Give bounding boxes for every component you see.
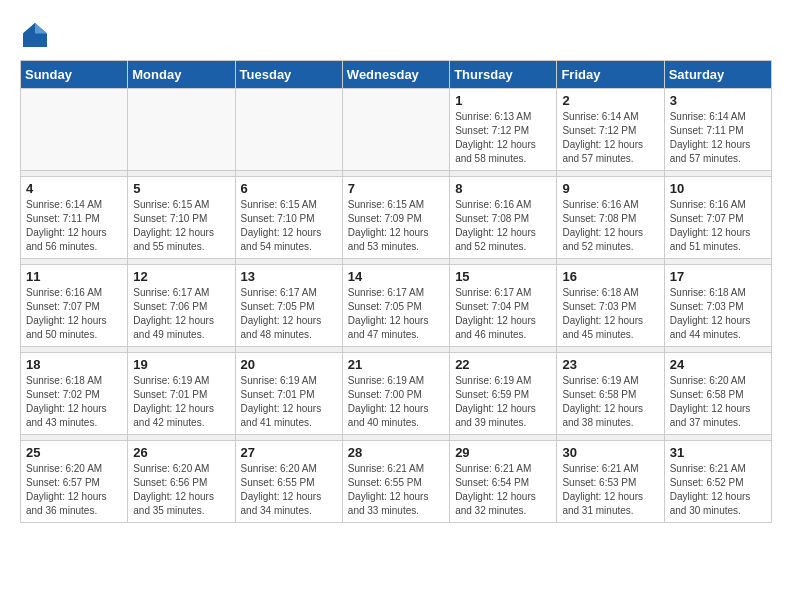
day-header-wednesday: Wednesday <box>342 61 449 89</box>
day-info: Sunrise: 6:14 AM Sunset: 7:11 PM Dayligh… <box>26 198 122 254</box>
day-info: Sunrise: 6:15 AM Sunset: 7:09 PM Dayligh… <box>348 198 444 254</box>
calendar-cell: 2Sunrise: 6:14 AM Sunset: 7:12 PM Daylig… <box>557 89 664 171</box>
calendar-cell: 21Sunrise: 6:19 AM Sunset: 7:00 PM Dayli… <box>342 353 449 435</box>
day-number: 15 <box>455 269 551 284</box>
day-number: 12 <box>133 269 229 284</box>
svg-marker-1 <box>35 23 47 34</box>
day-info: Sunrise: 6:13 AM Sunset: 7:12 PM Dayligh… <box>455 110 551 166</box>
day-number: 19 <box>133 357 229 372</box>
day-info: Sunrise: 6:19 AM Sunset: 6:58 PM Dayligh… <box>562 374 658 430</box>
day-number: 18 <box>26 357 122 372</box>
day-number: 17 <box>670 269 766 284</box>
day-info: Sunrise: 6:14 AM Sunset: 7:12 PM Dayligh… <box>562 110 658 166</box>
day-number: 2 <box>562 93 658 108</box>
day-info: Sunrise: 6:20 AM Sunset: 6:57 PM Dayligh… <box>26 462 122 518</box>
day-info: Sunrise: 6:20 AM Sunset: 6:55 PM Dayligh… <box>241 462 337 518</box>
calendar-cell: 30Sunrise: 6:21 AM Sunset: 6:53 PM Dayli… <box>557 441 664 523</box>
calendar-cell: 20Sunrise: 6:19 AM Sunset: 7:01 PM Dayli… <box>235 353 342 435</box>
day-number: 22 <box>455 357 551 372</box>
calendar-cell: 10Sunrise: 6:16 AM Sunset: 7:07 PM Dayli… <box>664 177 771 259</box>
calendar-cell: 3Sunrise: 6:14 AM Sunset: 7:11 PM Daylig… <box>664 89 771 171</box>
calendar-cell: 14Sunrise: 6:17 AM Sunset: 7:05 PM Dayli… <box>342 265 449 347</box>
calendar-cell: 26Sunrise: 6:20 AM Sunset: 6:56 PM Dayli… <box>128 441 235 523</box>
calendar-week-row: 11Sunrise: 6:16 AM Sunset: 7:07 PM Dayli… <box>21 265 772 347</box>
calendar-cell: 24Sunrise: 6:20 AM Sunset: 6:58 PM Dayli… <box>664 353 771 435</box>
calendar-week-row: 18Sunrise: 6:18 AM Sunset: 7:02 PM Dayli… <box>21 353 772 435</box>
calendar-cell: 18Sunrise: 6:18 AM Sunset: 7:02 PM Dayli… <box>21 353 128 435</box>
calendar-cell: 23Sunrise: 6:19 AM Sunset: 6:58 PM Dayli… <box>557 353 664 435</box>
day-number: 27 <box>241 445 337 460</box>
day-header-monday: Monday <box>128 61 235 89</box>
calendar-cell: 22Sunrise: 6:19 AM Sunset: 6:59 PM Dayli… <box>450 353 557 435</box>
day-info: Sunrise: 6:15 AM Sunset: 7:10 PM Dayligh… <box>133 198 229 254</box>
calendar-cell: 7Sunrise: 6:15 AM Sunset: 7:09 PM Daylig… <box>342 177 449 259</box>
day-info: Sunrise: 6:21 AM Sunset: 6:52 PM Dayligh… <box>670 462 766 518</box>
logo <box>20 20 54 50</box>
day-number: 26 <box>133 445 229 460</box>
day-number: 21 <box>348 357 444 372</box>
day-info: Sunrise: 6:18 AM Sunset: 7:03 PM Dayligh… <box>562 286 658 342</box>
calendar-cell: 4Sunrise: 6:14 AM Sunset: 7:11 PM Daylig… <box>21 177 128 259</box>
day-number: 6 <box>241 181 337 196</box>
calendar-cell: 19Sunrise: 6:19 AM Sunset: 7:01 PM Dayli… <box>128 353 235 435</box>
day-info: Sunrise: 6:21 AM Sunset: 6:53 PM Dayligh… <box>562 462 658 518</box>
calendar-week-row: 1Sunrise: 6:13 AM Sunset: 7:12 PM Daylig… <box>21 89 772 171</box>
day-number: 28 <box>348 445 444 460</box>
calendar-cell: 6Sunrise: 6:15 AM Sunset: 7:10 PM Daylig… <box>235 177 342 259</box>
day-info: Sunrise: 6:19 AM Sunset: 7:01 PM Dayligh… <box>241 374 337 430</box>
calendar-cell: 9Sunrise: 6:16 AM Sunset: 7:08 PM Daylig… <box>557 177 664 259</box>
day-info: Sunrise: 6:16 AM Sunset: 7:08 PM Dayligh… <box>562 198 658 254</box>
day-number: 7 <box>348 181 444 196</box>
calendar-cell <box>235 89 342 171</box>
day-number: 10 <box>670 181 766 196</box>
day-number: 23 <box>562 357 658 372</box>
day-number: 16 <box>562 269 658 284</box>
calendar-table: SundayMondayTuesdayWednesdayThursdayFrid… <box>20 60 772 523</box>
day-number: 31 <box>670 445 766 460</box>
day-info: Sunrise: 6:19 AM Sunset: 7:00 PM Dayligh… <box>348 374 444 430</box>
day-info: Sunrise: 6:21 AM Sunset: 6:54 PM Dayligh… <box>455 462 551 518</box>
day-header-sunday: Sunday <box>21 61 128 89</box>
day-number: 14 <box>348 269 444 284</box>
day-number: 25 <box>26 445 122 460</box>
calendar-cell: 13Sunrise: 6:17 AM Sunset: 7:05 PM Dayli… <box>235 265 342 347</box>
day-number: 9 <box>562 181 658 196</box>
calendar-cell: 27Sunrise: 6:20 AM Sunset: 6:55 PM Dayli… <box>235 441 342 523</box>
svg-marker-2 <box>23 23 35 34</box>
calendar-cell: 11Sunrise: 6:16 AM Sunset: 7:07 PM Dayli… <box>21 265 128 347</box>
day-info: Sunrise: 6:20 AM Sunset: 6:56 PM Dayligh… <box>133 462 229 518</box>
calendar-cell: 1Sunrise: 6:13 AM Sunset: 7:12 PM Daylig… <box>450 89 557 171</box>
logo-icon <box>20 20 50 50</box>
calendar-week-row: 4Sunrise: 6:14 AM Sunset: 7:11 PM Daylig… <box>21 177 772 259</box>
day-info: Sunrise: 6:17 AM Sunset: 7:04 PM Dayligh… <box>455 286 551 342</box>
day-header-saturday: Saturday <box>664 61 771 89</box>
day-header-friday: Friday <box>557 61 664 89</box>
calendar-cell: 28Sunrise: 6:21 AM Sunset: 6:55 PM Dayli… <box>342 441 449 523</box>
day-info: Sunrise: 6:14 AM Sunset: 7:11 PM Dayligh… <box>670 110 766 166</box>
calendar-cell: 5Sunrise: 6:15 AM Sunset: 7:10 PM Daylig… <box>128 177 235 259</box>
calendar-cell: 31Sunrise: 6:21 AM Sunset: 6:52 PM Dayli… <box>664 441 771 523</box>
day-info: Sunrise: 6:16 AM Sunset: 7:08 PM Dayligh… <box>455 198 551 254</box>
day-info: Sunrise: 6:16 AM Sunset: 7:07 PM Dayligh… <box>670 198 766 254</box>
day-number: 3 <box>670 93 766 108</box>
day-number: 11 <box>26 269 122 284</box>
page-header <box>20 20 772 50</box>
day-info: Sunrise: 6:18 AM Sunset: 7:02 PM Dayligh… <box>26 374 122 430</box>
day-info: Sunrise: 6:17 AM Sunset: 7:05 PM Dayligh… <box>348 286 444 342</box>
calendar-cell <box>21 89 128 171</box>
day-info: Sunrise: 6:17 AM Sunset: 7:06 PM Dayligh… <box>133 286 229 342</box>
calendar-cell: 25Sunrise: 6:20 AM Sunset: 6:57 PM Dayli… <box>21 441 128 523</box>
calendar-cell <box>128 89 235 171</box>
day-info: Sunrise: 6:18 AM Sunset: 7:03 PM Dayligh… <box>670 286 766 342</box>
day-info: Sunrise: 6:20 AM Sunset: 6:58 PM Dayligh… <box>670 374 766 430</box>
calendar-cell: 12Sunrise: 6:17 AM Sunset: 7:06 PM Dayli… <box>128 265 235 347</box>
day-info: Sunrise: 6:17 AM Sunset: 7:05 PM Dayligh… <box>241 286 337 342</box>
calendar-header-row: SundayMondayTuesdayWednesdayThursdayFrid… <box>21 61 772 89</box>
day-number: 24 <box>670 357 766 372</box>
day-number: 4 <box>26 181 122 196</box>
day-number: 5 <box>133 181 229 196</box>
day-number: 29 <box>455 445 551 460</box>
day-info: Sunrise: 6:21 AM Sunset: 6:55 PM Dayligh… <box>348 462 444 518</box>
calendar-cell: 17Sunrise: 6:18 AM Sunset: 7:03 PM Dayli… <box>664 265 771 347</box>
day-info: Sunrise: 6:19 AM Sunset: 6:59 PM Dayligh… <box>455 374 551 430</box>
